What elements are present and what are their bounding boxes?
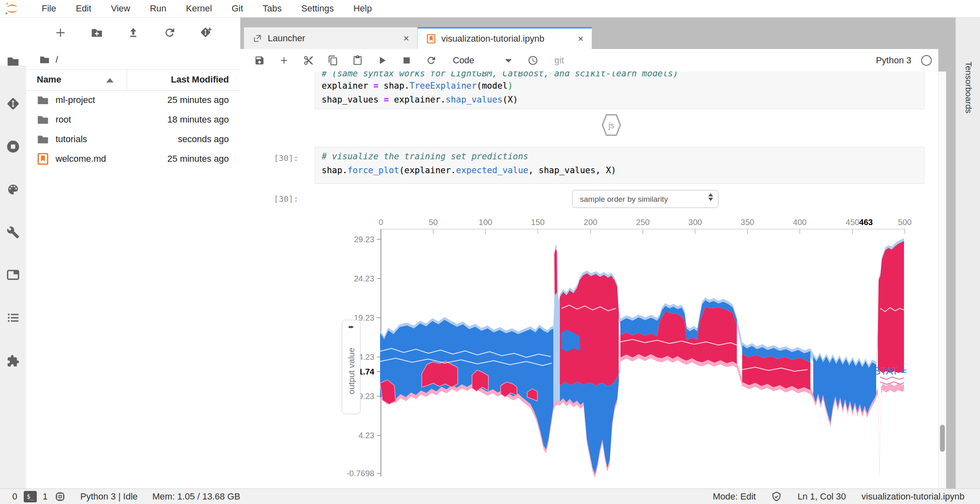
cursor-position[interactable]: Ln 1, Col 30 (797, 491, 846, 502)
file-row[interactable]: root18 minutes ago (26, 110, 240, 129)
git-toolbar-button[interactable]: git (555, 55, 564, 66)
input-prompt: [30]: (274, 153, 298, 163)
terminals-count[interactable]: 0 (12, 491, 17, 502)
cell-type-select[interactable]: Code (453, 55, 474, 66)
tab-notebook[interactable]: visualization-tutorial.ipynb × (418, 27, 592, 49)
file-row[interactable]: tutorialsseconds ago (26, 129, 240, 149)
column-last-modified[interactable]: Last Modified (171, 74, 229, 85)
kernel-name[interactable]: Python 3 (876, 55, 911, 66)
scrollbar-thumb[interactable] (940, 425, 945, 452)
menu-items: FileEditViewRunKernelGitTabsSettingsHelp (32, 3, 382, 14)
kernels-count[interactable]: 1 (43, 491, 47, 502)
run-cell-icon[interactable] (377, 55, 387, 66)
save-icon[interactable] (254, 55, 265, 66)
stop-kernel-icon[interactable] (401, 55, 412, 66)
folder-icon (37, 133, 49, 145)
y-tick-label: -0.7698 (347, 469, 374, 478)
menu-settings[interactable]: Settings (291, 3, 344, 14)
folder-icon (37, 94, 49, 106)
menu-kernel[interactable]: Kernel (176, 3, 222, 14)
copy-cells-icon[interactable] (328, 55, 338, 66)
chevron-down-icon[interactable] (503, 55, 514, 66)
column-name[interactable]: Name (37, 74, 61, 85)
svg-text:js: js (608, 121, 614, 130)
tab-notebook-close-icon[interactable]: × (578, 33, 584, 45)
file-row[interactable]: welcome.md25 minutes ago (26, 149, 240, 169)
table-of-contents-icon[interactable] (7, 311, 20, 324)
breadcrumb-root[interactable]: / (56, 54, 58, 65)
kernel-status-text[interactable]: Python 3 | Idle (81, 491, 138, 502)
shap-js-logo-icon: js (601, 113, 622, 137)
git-init-icon[interactable] (200, 27, 212, 40)
menu-edit[interactable]: Edit (66, 3, 101, 14)
menu-git[interactable]: Git (222, 3, 253, 14)
file-name: root (56, 114, 168, 125)
file-modified: 25 minutes ago (168, 154, 229, 164)
notebook-toolbar: Code git Python 3 (240, 49, 938, 72)
sidebar-item-tensorboards[interactable]: Tensorboards (964, 50, 973, 125)
notebook-file-icon (427, 34, 436, 44)
x-tick-label: 50 (429, 218, 438, 227)
left-sidebar (0, 17, 27, 488)
refresh-icon[interactable] (163, 27, 176, 40)
code-line: explainer = shap.TreeExplainer(model) (322, 81, 513, 91)
output-value-axis-widget[interactable]: ◂▸ output value (342, 320, 360, 414)
tab-notebook-label: visualization-tutorial.ipynb (441, 33, 544, 44)
sample-order-select[interactable]: sample order by similarity (573, 195, 718, 203)
property-inspector-icon[interactable] (7, 226, 20, 239)
menu-run[interactable]: Run (140, 3, 176, 14)
status-bar: 0 $_ 1 Python 3 | Idle Mem: 1.05 / 13.68… (0, 488, 980, 504)
right-sidebar: Tensorboards (955, 17, 980, 488)
execution-time-icon[interactable] (528, 55, 538, 66)
menu-tabs[interactable]: Tabs (253, 3, 291, 14)
select-arrows-icon (708, 193, 713, 201)
code-cell[interactable]: # (same syntax works for LightGBM, CatBo… (315, 71, 924, 109)
tab-launcher[interactable]: Launcher × (244, 27, 418, 49)
sort-ascending-icon[interactable] (106, 78, 114, 83)
x-tick-label: 400 (793, 218, 806, 227)
file-row[interactable]: ml-project25 minutes ago (26, 90, 240, 110)
axis-expand-icon[interactable]: ◂▸ (342, 323, 360, 330)
y-tick-label: 29.23 (354, 235, 374, 244)
trust-shield-icon (771, 491, 782, 502)
tab-launcher-close-icon[interactable]: × (403, 33, 409, 44)
statusbar-filename: visualization-tutorial.ipynb (861, 491, 964, 502)
running-kernels-icon[interactable] (7, 140, 20, 153)
add-cell-icon[interactable] (279, 55, 289, 66)
new-folder-icon[interactable] (91, 27, 103, 40)
menu-view[interactable]: View (101, 3, 140, 14)
notebook-scrollbar[interactable] (938, 71, 946, 488)
upload-icon[interactable] (127, 27, 139, 40)
y-axis-label: output value (347, 332, 356, 410)
x-tick-label: 500 (898, 218, 911, 227)
code-cell[interactable]: # visualize the training set predictions… (315, 147, 924, 184)
git-icon[interactable] (7, 97, 20, 110)
open-tabs-icon[interactable] (7, 268, 20, 281)
extension-manager-icon[interactable] (7, 355, 20, 368)
file-name: ml-project (56, 95, 168, 105)
menu-file[interactable]: File (32, 3, 66, 14)
y-tick-label: 4.23 (358, 431, 374, 440)
notebook-mode[interactable]: Mode: Edit (713, 491, 756, 502)
file-modified: 18 minutes ago (168, 114, 229, 125)
x-tick-label: 250 (636, 218, 649, 227)
tab-bar: Launcher × visualization-tutorial.ipynb … (240, 17, 955, 49)
tab-launcher-label: Launcher (268, 33, 305, 44)
file-browser-icon[interactable] (7, 55, 20, 68)
x-tick-label: 150 (531, 218, 544, 227)
x-tick-label: 450 (846, 218, 859, 227)
new-launcher-icon[interactable] (54, 27, 67, 40)
menu-help[interactable]: Help (344, 3, 382, 14)
kernel-status-icon[interactable] (921, 55, 932, 66)
code-line: shap_values = explainer.shap_values(X) (322, 95, 518, 105)
breadcrumb[interactable]: / (38, 51, 58, 68)
output-prompt: [30]: (274, 194, 298, 204)
restart-kernel-icon[interactable] (426, 55, 436, 66)
command-palette-icon[interactable] (7, 183, 20, 196)
jupyterlab-window: { "menu": {"items": ["File","Edit","View… (0, 0, 980, 504)
menu-bar: FileEditViewRunKernelGitTabsSettingsHelp (0, 0, 980, 18)
cut-cells-icon[interactable] (303, 55, 314, 66)
paste-cells-icon[interactable] (352, 55, 363, 66)
x-tick-label: 200 (584, 218, 597, 227)
file-browser-panel: / Name Last Modified ml-project25 minute… (26, 17, 240, 488)
